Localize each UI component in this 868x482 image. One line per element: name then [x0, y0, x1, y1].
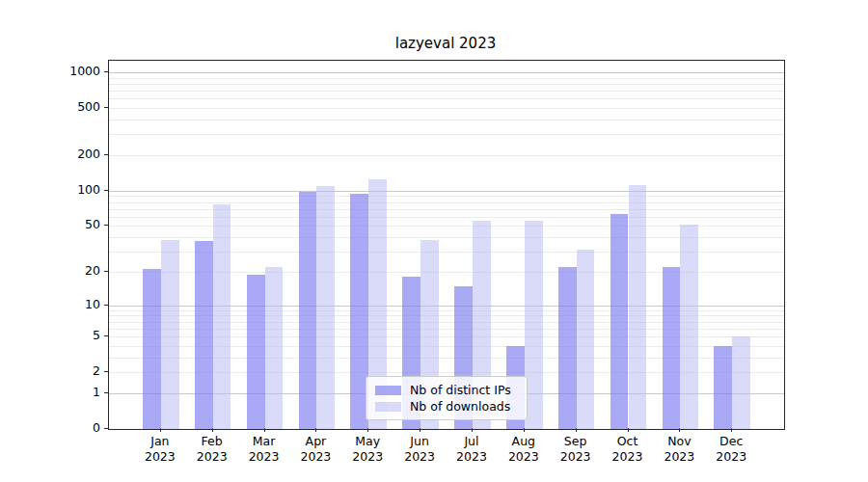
bar-downloads-sep [577, 250, 595, 429]
y-tick-mark [104, 335, 108, 336]
y-tick-mark [104, 71, 108, 72]
chart-title: lazyeval 2023 [108, 35, 783, 52]
x-tick-label: Nov 2023 [650, 434, 708, 465]
minor-gridline [109, 108, 784, 109]
x-tick-label: Mar 2023 [235, 434, 293, 465]
y-tick-label: 10 [42, 298, 100, 311]
y-tick-mark [104, 154, 108, 155]
bar-downloads-feb [213, 204, 231, 429]
y-tick-mark [104, 371, 108, 372]
bar-downloads-mar [265, 267, 284, 429]
figure: lazyeval 2023 Nb of distinct IPs Nb of d… [0, 0, 868, 482]
y-tick-mark [104, 305, 108, 306]
bar-distinct-ips-sep [558, 267, 577, 429]
y-tick-label: 5 [42, 329, 100, 342]
legend: Nb of distinct IPs Nb of downloads [366, 376, 528, 420]
x-tick-label: May 2023 [339, 434, 396, 465]
y-tick-label: 1 [42, 386, 100, 399]
minor-gridline [109, 98, 784, 99]
minor-gridline [109, 120, 784, 120]
y-tick-label: 500 [42, 100, 100, 114]
y-tick-label: 100 [42, 183, 100, 197]
major-gridline [109, 72, 784, 73]
bar-distinct-ips-feb [195, 241, 213, 429]
legend-swatch-downloads-icon [375, 402, 401, 412]
y-tick-mark [104, 107, 108, 108]
minor-gridline [109, 155, 784, 156]
y-tick-mark [104, 428, 108, 429]
bar-distinct-ips-dec [714, 346, 732, 429]
y-tick-mark [104, 392, 108, 393]
bar-distinct-ips-nov [663, 267, 681, 429]
legend-item-distinct-ips: Nb of distinct IPs [375, 382, 519, 398]
minor-gridline [109, 202, 784, 203]
bar-distinct-ips-apr [299, 192, 317, 429]
bar-distinct-ips-jan [143, 269, 161, 429]
minor-gridline [109, 84, 784, 85]
x-tick-label: Oct 2023 [599, 434, 657, 465]
x-tick-label: Jan 2023 [131, 434, 189, 465]
y-tick-mark [104, 271, 108, 272]
minor-gridline [109, 91, 784, 92]
legend-label-downloads: Nb of downloads [410, 399, 510, 414]
major-gridline [109, 191, 784, 192]
y-tick-mark [104, 225, 108, 226]
minor-gridline [109, 196, 784, 197]
y-tick-label: 50 [42, 218, 100, 231]
y-tick-mark [104, 190, 108, 191]
legend-swatch-distinct-ips-icon [375, 386, 401, 395]
x-tick-label: Jun 2023 [391, 434, 448, 465]
minor-gridline [109, 217, 784, 218]
minor-gridline [109, 78, 784, 79]
bar-downloads-jan [161, 240, 179, 429]
y-tick-label: 20 [42, 264, 100, 278]
x-tick-label: Aug 2023 [495, 434, 553, 465]
y-tick-label: 2 [42, 364, 100, 378]
x-tick-label: Sep 2023 [547, 434, 605, 465]
minor-gridline [109, 134, 784, 135]
bar-downloads-oct [629, 185, 647, 429]
bar-downloads-dec [732, 336, 750, 429]
y-tick-label: 200 [42, 147, 100, 161]
x-tick-label: Jul 2023 [443, 434, 501, 465]
bar-distinct-ips-mar [247, 275, 265, 429]
legend-label-distinct-ips: Nb of distinct IPs [410, 383, 511, 397]
y-tick-label: 0 [42, 421, 100, 435]
legend-item-downloads: Nb of downloads [375, 398, 519, 415]
minor-gridline [109, 209, 784, 210]
bar-distinct-ips-oct [610, 214, 629, 429]
bar-downloads-nov [680, 225, 698, 429]
x-tick-label: Feb 2023 [183, 434, 241, 465]
x-tick-label: Apr 2023 [286, 434, 344, 465]
plot-area: Nb of distinct IPs Nb of downloads [108, 60, 785, 430]
bar-downloads-apr [316, 186, 335, 429]
x-tick-label: Dec 2023 [702, 434, 760, 465]
y-tick-label: 1000 [42, 65, 100, 78]
